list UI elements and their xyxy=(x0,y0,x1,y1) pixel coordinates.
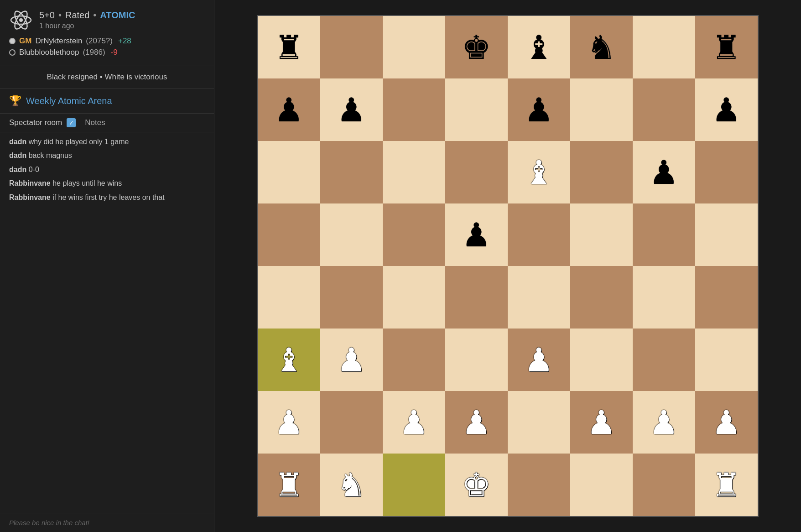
square[interactable]: ♟ xyxy=(383,391,445,454)
square[interactable] xyxy=(570,78,633,141)
square[interactable] xyxy=(695,203,758,266)
square[interactable]: ♟ xyxy=(258,78,320,141)
game-header: 5+0 • Rated • ATOMIC 1 hour ago GM DrNyk… xyxy=(0,0,214,66)
chess-piece: ♟ xyxy=(445,391,508,454)
square[interactable]: ♟ xyxy=(258,391,320,454)
square[interactable] xyxy=(383,266,445,329)
square[interactable]: ♟ xyxy=(508,329,570,391)
square[interactable] xyxy=(570,266,633,329)
square[interactable] xyxy=(383,454,445,516)
white-player-name[interactable]: DrNykterstein xyxy=(35,37,82,46)
svg-point-3 xyxy=(19,18,23,22)
square[interactable] xyxy=(570,454,633,516)
square[interactable] xyxy=(445,329,508,391)
square[interactable]: ♟ xyxy=(445,391,508,454)
spectator-label: Spectator room xyxy=(9,118,62,127)
arena-row: 🏆 Weekly Atomic Arena xyxy=(0,89,214,114)
square[interactable] xyxy=(445,266,508,329)
square[interactable]: ♚ xyxy=(445,16,508,78)
square[interactable] xyxy=(258,141,320,203)
rated-label: Rated xyxy=(65,10,89,21)
square[interactable]: ♜ xyxy=(695,454,758,516)
game-meta: 5+0 • Rated • ATOMIC 1 hour ago xyxy=(39,10,135,30)
square[interactable] xyxy=(508,203,570,266)
square[interactable] xyxy=(383,203,445,266)
time-control: 5+0 xyxy=(39,10,55,21)
square[interactable]: ♟ xyxy=(320,329,383,391)
square[interactable] xyxy=(320,16,383,78)
square[interactable] xyxy=(320,203,383,266)
square[interactable] xyxy=(383,16,445,78)
square[interactable] xyxy=(508,391,570,454)
chat-message-3: dadn 0-0 xyxy=(9,165,205,175)
square[interactable] xyxy=(383,329,445,391)
square[interactable] xyxy=(633,203,695,266)
chat-message-2: dadn back magnus xyxy=(9,151,205,161)
chat-area: dadn why did he played only 1 game dadn … xyxy=(0,132,214,513)
chess-piece: ♟ xyxy=(320,78,383,141)
square[interactable]: ♞ xyxy=(320,454,383,516)
square[interactable] xyxy=(445,78,508,141)
square[interactable] xyxy=(258,266,320,329)
tabs-row: Spectator room ✓ Notes xyxy=(0,114,214,132)
square[interactable]: ♝ xyxy=(508,16,570,78)
black-player-name[interactable]: Blubblooblethoop xyxy=(19,48,79,57)
chat-input-area[interactable]: Please be nice in the chat! xyxy=(0,513,214,532)
square[interactable] xyxy=(633,16,695,78)
square[interactable]: ♟ xyxy=(695,78,758,141)
game-meta-top: 5+0 • Rated • ATOMIC xyxy=(39,10,135,21)
chess-piece: ♟ xyxy=(258,78,320,141)
square[interactable]: ♝ xyxy=(508,141,570,203)
square[interactable] xyxy=(320,141,383,203)
square[interactable]: ♚ xyxy=(445,454,508,516)
square[interactable] xyxy=(570,141,633,203)
left-panel: 5+0 • Rated • ATOMIC 1 hour ago GM DrNyk… xyxy=(0,0,214,532)
chess-piece: ♜ xyxy=(258,16,320,78)
chess-piece: ♞ xyxy=(570,16,633,78)
square[interactable]: ♟ xyxy=(320,78,383,141)
chat-placeholder[interactable]: Please be nice in the chat! xyxy=(9,519,205,527)
arena-link[interactable]: Weekly Atomic Arena xyxy=(26,96,112,106)
square[interactable] xyxy=(633,78,695,141)
result-bar: Black resigned • White is victorious xyxy=(0,66,214,89)
square[interactable]: ♟ xyxy=(570,391,633,454)
square[interactable] xyxy=(695,266,758,329)
chess-piece: ♚ xyxy=(445,16,508,78)
square[interactable] xyxy=(445,141,508,203)
square[interactable]: ♟ xyxy=(695,391,758,454)
chat-message-4: Rabbinvane he plays until he wins xyxy=(9,178,205,188)
square[interactable] xyxy=(383,141,445,203)
tab-notes[interactable]: Notes xyxy=(85,118,105,127)
square[interactable] xyxy=(633,329,695,391)
square[interactable]: ♟ xyxy=(508,78,570,141)
square[interactable]: ♜ xyxy=(258,16,320,78)
square[interactable]: ♜ xyxy=(258,454,320,516)
square[interactable] xyxy=(320,391,383,454)
game-info-row: 5+0 • Rated • ATOMIC 1 hour ago xyxy=(9,8,205,32)
square[interactable] xyxy=(570,329,633,391)
square[interactable] xyxy=(258,203,320,266)
chess-piece: ♝ xyxy=(508,16,570,78)
square[interactable] xyxy=(633,266,695,329)
square[interactable] xyxy=(320,266,383,329)
spectator-checkbox[interactable]: ✓ xyxy=(67,118,76,127)
tab-spectator[interactable]: Spectator room ✓ xyxy=(9,118,76,127)
square[interactable]: ♟ xyxy=(445,203,508,266)
square[interactable]: ♞ xyxy=(570,16,633,78)
square[interactable]: ♜ xyxy=(695,16,758,78)
square[interactable] xyxy=(508,454,570,516)
square[interactable]: ♟ xyxy=(633,141,695,203)
square[interactable] xyxy=(633,454,695,516)
square[interactable]: ♟ xyxy=(633,391,695,454)
chess-piece: ♟ xyxy=(695,78,758,141)
white-player-dot xyxy=(9,38,16,44)
square[interactable] xyxy=(695,329,758,391)
square[interactable] xyxy=(383,78,445,141)
square[interactable] xyxy=(695,141,758,203)
trophy-icon: 🏆 xyxy=(9,95,21,107)
result-text: Black resigned • White is victorious xyxy=(47,73,167,81)
square[interactable] xyxy=(508,266,570,329)
square[interactable] xyxy=(570,203,633,266)
square[interactable]: ♝ xyxy=(258,329,320,391)
chess-piece: ♜ xyxy=(258,454,320,516)
